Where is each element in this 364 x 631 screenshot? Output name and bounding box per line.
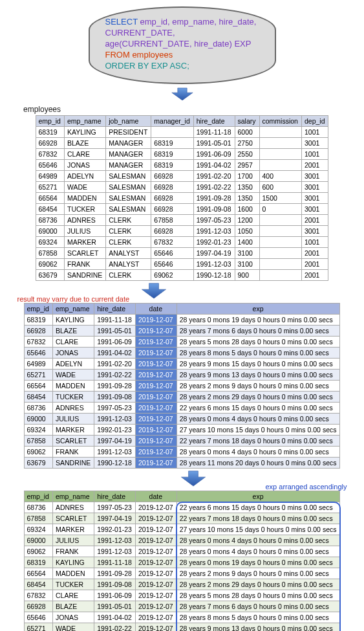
table-cell: MADDEN bbox=[52, 381, 94, 392]
table-cell: 1990-12-18 bbox=[193, 270, 235, 281]
sql-select: SELECT bbox=[105, 17, 140, 27]
table-cell: 1991-04-02 bbox=[193, 160, 235, 171]
table-cell: ADNRES bbox=[52, 403, 94, 414]
table-cell: 1600 bbox=[235, 204, 259, 215]
column-header: exp bbox=[177, 304, 340, 315]
table-cell: 64989 bbox=[24, 359, 52, 370]
table-cell: ANALYST bbox=[106, 248, 151, 259]
table-cell: 66564 bbox=[24, 568, 52, 579]
sql-cols3: age(CURRENT_DATE, hire_date) EXP bbox=[105, 39, 252, 49]
table-row: 63679SANDRINE1990-12-182019-12-0728 year… bbox=[24, 458, 340, 469]
table-row: 68736ADNRES1997-05-232019-12-0722 years … bbox=[24, 502, 340, 513]
column-header: date bbox=[135, 491, 177, 502]
column-header: emp_name bbox=[64, 116, 105, 127]
table-cell: SALESMAN bbox=[106, 182, 151, 193]
table-row: 67832CLARE1991-06-092019-12-0728 years 5… bbox=[24, 337, 340, 348]
table-cell: 28 years 0 mons 19 days 0 hours 0 mins 0… bbox=[177, 557, 340, 568]
table-cell: 66928 bbox=[24, 326, 52, 337]
table-cell: 67858 bbox=[24, 513, 52, 524]
table-cell: 68319 bbox=[24, 315, 52, 326]
table-cell: 1350 bbox=[235, 182, 259, 193]
svg-marker-0 bbox=[171, 88, 192, 100]
table-cell: 2750 bbox=[235, 138, 259, 149]
table-row: 67858SCARLET1997-04-192019-12-0722 years… bbox=[24, 513, 340, 524]
sql-order: ORDER BY EXP ASC; bbox=[105, 61, 189, 71]
final-result-table: emp_idemp_namehire_datedateexp68736ADNRE… bbox=[24, 491, 341, 631]
table-cell: 2019-12-07 bbox=[135, 513, 177, 524]
table-cell: 28 years 9 mons 13 days 0 hours 0 mins 0… bbox=[177, 370, 340, 381]
employees-table: emp_idemp_namejob_namemanager_idhire_dat… bbox=[36, 115, 329, 281]
table-cell: 1350 bbox=[235, 193, 259, 204]
table-cell: 2001 bbox=[301, 248, 328, 259]
table-cell: 65271 bbox=[24, 623, 52, 631]
table-cell: 2019-12-07 bbox=[135, 436, 177, 447]
table-cell: 65646 bbox=[151, 259, 193, 270]
table-cell: 28 years 5 mons 28 days 0 hours 0 mins 0… bbox=[177, 337, 340, 348]
table-row: 69000JULIUS1991-12-032019-12-0728 years … bbox=[24, 535, 340, 546]
table-cell: 28 years 0 mons 4 days 0 hours 0 mins 0.… bbox=[177, 414, 340, 425]
table-cell: CLARE bbox=[52, 337, 94, 348]
table-row: 68454TUCKER1991-09-082019-12-0728 years … bbox=[24, 579, 340, 590]
table-row: 66928BLAZE1991-05-012019-12-0728 years 7… bbox=[24, 326, 340, 337]
table-cell: 68319 bbox=[151, 160, 193, 171]
table-cell: 66928 bbox=[151, 226, 193, 237]
table-cell: 66928 bbox=[151, 204, 193, 215]
table-cell: 1991-09-28 bbox=[94, 381, 136, 392]
table-row: 69324MARKER1992-01-232019-12-0727 years … bbox=[24, 425, 340, 436]
table-cell: 2019-12-07 bbox=[135, 403, 177, 414]
table-cell: 1991-04-02 bbox=[94, 612, 136, 623]
table-cell: ADNRES bbox=[52, 502, 94, 513]
column-header: commission bbox=[259, 116, 301, 127]
table-cell: 27 years 10 mons 15 days 0 hours 0 mins … bbox=[177, 524, 340, 535]
table-cell: 68454 bbox=[36, 204, 64, 215]
table-cell: 1991-04-02 bbox=[94, 348, 136, 359]
table-cell: 1991-09-28 bbox=[193, 193, 235, 204]
table-cell: 28 years 8 mons 5 days 0 hours 0 mins 0.… bbox=[177, 348, 340, 359]
table-cell: 1991-05-01 bbox=[193, 138, 235, 149]
table-cell: 65646 bbox=[151, 248, 193, 259]
table-row: 65646JONAS1991-04-022019-12-0728 years 8… bbox=[24, 612, 340, 623]
table-row: 66928BLAZE1991-05-012019-12-0728 years 7… bbox=[24, 601, 340, 612]
table-cell: 1991-12-03 bbox=[94, 414, 136, 425]
table-cell: 1991-09-28 bbox=[94, 568, 136, 579]
sql-from-table: employees bbox=[132, 50, 173, 60]
table-row: 63679SANDRINECLERK690621990-12-189002001 bbox=[36, 270, 328, 281]
table-cell: 68319 bbox=[24, 557, 52, 568]
table-cell: 1991-12-03 bbox=[94, 535, 136, 546]
table-cell: 3001 bbox=[301, 193, 328, 204]
table-cell: 0 bbox=[259, 204, 301, 215]
table-cell: 1500 bbox=[259, 193, 301, 204]
table-cell: 28 years 0 mons 4 days 0 hours 0 mins 0.… bbox=[177, 447, 340, 458]
table-cell: 68319 bbox=[151, 149, 193, 160]
table-cell: 1001 bbox=[301, 237, 328, 248]
table-cell: BLAZE bbox=[52, 326, 94, 337]
table-cell: JONAS bbox=[52, 612, 94, 623]
table-cell: 28 years 5 mons 28 days 0 hours 0 mins 0… bbox=[177, 590, 340, 601]
table-cell: 69000 bbox=[24, 535, 52, 546]
table-cell: TUCKER bbox=[52, 579, 94, 590]
column-header: dep_id bbox=[301, 116, 328, 127]
table-cell: CLARE bbox=[52, 590, 94, 601]
table-cell: CLERK bbox=[106, 237, 151, 248]
table-cell: 1991-05-01 bbox=[94, 601, 136, 612]
table-row: 65271WADESALESMAN669281991-02-2213506003… bbox=[36, 182, 328, 193]
table-cell: 2019-12-07 bbox=[135, 447, 177, 458]
table-row: 67858SCARLET1997-04-192019-12-0722 years… bbox=[24, 436, 340, 447]
table-row: 68736ADNRES1997-05-232019-12-0722 years … bbox=[24, 403, 340, 414]
table-cell: PRESIDENT bbox=[106, 127, 151, 138]
table-cell bbox=[259, 226, 301, 237]
table-cell: KAYLING bbox=[52, 557, 94, 568]
table-cell: WADE bbox=[52, 370, 94, 381]
table-cell: 1400 bbox=[235, 237, 259, 248]
table-cell: 1991-09-08 bbox=[94, 392, 136, 403]
table-cell: 69062 bbox=[24, 447, 52, 458]
table-cell: 2019-12-07 bbox=[135, 425, 177, 436]
table-cell: 1991-12-03 bbox=[94, 546, 136, 557]
table-cell: 28 years 7 mons 6 days 0 hours 0 mins 0.… bbox=[177, 326, 340, 337]
table-cell: 1991-12-03 bbox=[94, 447, 136, 458]
note-result-varry: result may varry due to current date bbox=[17, 295, 130, 303]
table-cell: 69000 bbox=[24, 414, 52, 425]
table-cell: 1001 bbox=[301, 127, 328, 138]
table-cell: 2019-12-07 bbox=[135, 623, 177, 631]
sql-cols2: CURRENT_DATE, bbox=[105, 28, 175, 38]
